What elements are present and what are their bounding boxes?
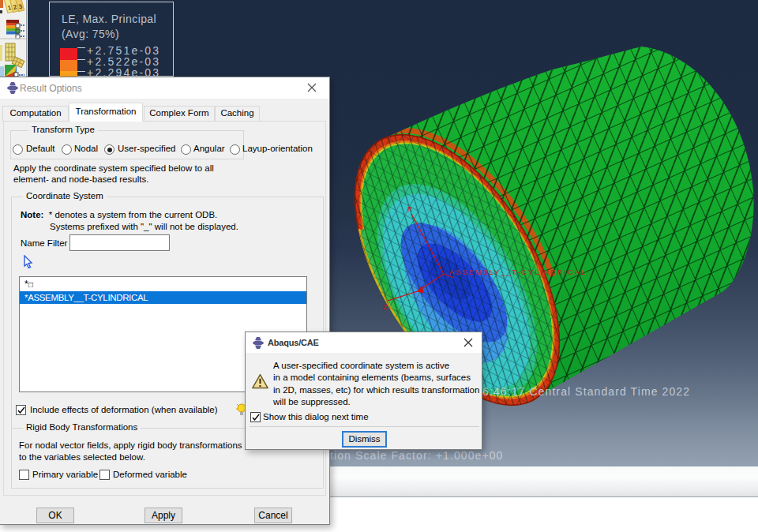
svg-text:ASSEMBLY__T-CYLINDRICAL: ASSEMBLY__T-CYLINDRICAL bbox=[449, 268, 587, 276]
svg-text:R: R bbox=[407, 205, 413, 213]
svg-text:Z: Z bbox=[383, 303, 388, 311]
